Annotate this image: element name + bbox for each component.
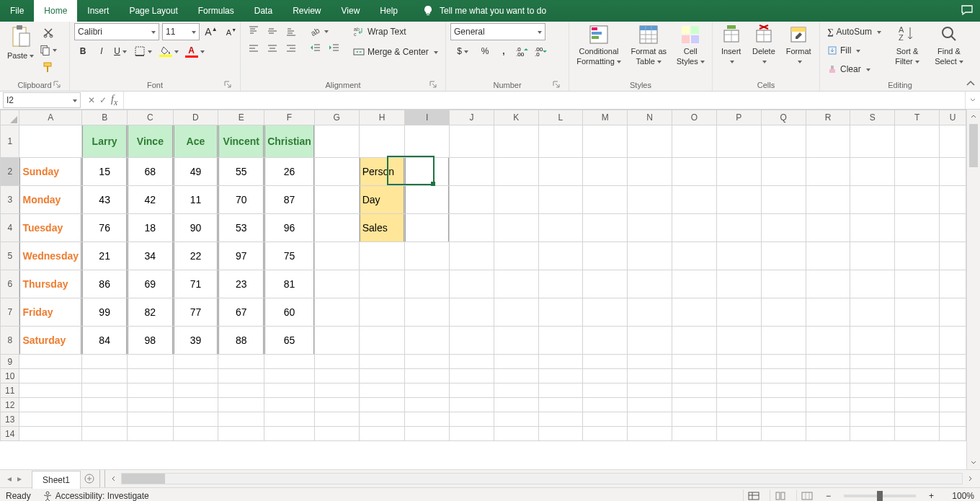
cell-J11[interactable] — [450, 383, 494, 398]
cell-L1[interactable] — [538, 125, 583, 158]
cell-A1[interactable] — [19, 125, 82, 158]
col-header-Q[interactable]: Q — [761, 110, 806, 125]
cell-C1[interactable]: Vince — [128, 125, 173, 158]
cell-M4[interactable] — [583, 214, 628, 242]
format-painter-button[interactable] — [40, 59, 57, 75]
col-header-H[interactable]: H — [359, 110, 405, 125]
col-header-U[interactable]: U — [939, 110, 966, 125]
cell-M8[interactable] — [583, 327, 628, 355]
cell-B5[interactable]: 21 — [82, 242, 128, 270]
cell-N9[interactable] — [628, 355, 672, 369]
cell-O14[interactable] — [672, 427, 717, 441]
row-header-4[interactable]: 4 — [1, 214, 19, 242]
col-header-P[interactable]: P — [716, 110, 761, 125]
zoom-level[interactable]: 100% — [943, 491, 974, 501]
cell-D10[interactable] — [173, 369, 218, 383]
cell-D8[interactable]: 39 — [173, 327, 218, 355]
cell-U3[interactable] — [939, 186, 966, 214]
cell-H11[interactable] — [359, 383, 405, 398]
cell-A10[interactable] — [19, 369, 82, 383]
row-header-11[interactable]: 11 — [1, 383, 19, 398]
cell-C6[interactable]: 69 — [128, 270, 173, 298]
cell-L14[interactable] — [538, 427, 583, 441]
cell-F13[interactable] — [264, 412, 315, 427]
cell-S1[interactable] — [850, 125, 895, 158]
cell-Q2[interactable] — [761, 158, 806, 186]
cell-O5[interactable] — [672, 242, 717, 270]
cell-B11[interactable] — [82, 383, 128, 398]
decrease-font-button[interactable]: A▼ — [223, 24, 240, 40]
cell-R1[interactable] — [806, 125, 850, 158]
cell-H3[interactable]: Day — [359, 186, 405, 214]
cell-D1[interactable]: Ace — [173, 125, 218, 158]
cell-I6[interactable] — [405, 270, 450, 298]
cell-J8[interactable] — [450, 327, 494, 355]
cell-K7[interactable] — [494, 298, 538, 327]
cell-G2[interactable] — [314, 158, 359, 186]
cell-R12[interactable] — [806, 398, 850, 412]
format-as-table-button[interactable]: Format as Table — [627, 23, 671, 68]
autosum-button[interactable]: ∑AutoSum — [824, 23, 885, 40]
cell-P1[interactable] — [716, 125, 761, 158]
align-center-button[interactable] — [264, 40, 281, 56]
cell-P9[interactable] — [716, 355, 761, 369]
col-header-L[interactable]: L — [538, 110, 583, 125]
cell-N8[interactable] — [628, 327, 672, 355]
cell-H7[interactable] — [359, 298, 405, 327]
cell-G10[interactable] — [314, 369, 359, 383]
row-header-7[interactable]: 7 — [1, 298, 19, 327]
cell-R13[interactable] — [806, 412, 850, 427]
cell-C5[interactable]: 34 — [128, 242, 173, 270]
cell-S2[interactable] — [850, 158, 895, 186]
cell-J13[interactable] — [450, 412, 494, 427]
cell-D4[interactable]: 90 — [173, 214, 218, 242]
cell-E4[interactable]: 53 — [218, 214, 264, 242]
cell-Q7[interactable] — [761, 298, 806, 327]
cell-T11[interactable] — [895, 383, 940, 398]
cell-B12[interactable] — [82, 398, 128, 412]
cell-O1[interactable] — [672, 125, 717, 158]
cell-M13[interactable] — [583, 412, 628, 427]
cell-G9[interactable] — [314, 355, 359, 369]
cell-L13[interactable] — [538, 412, 583, 427]
cell-M14[interactable] — [583, 427, 628, 441]
collapse-ribbon-button[interactable] — [966, 79, 976, 88]
cell-U2[interactable] — [939, 158, 966, 186]
cell-E3[interactable]: 70 — [218, 186, 264, 214]
cell-I11[interactable] — [405, 383, 450, 398]
cell-Q6[interactable] — [761, 270, 806, 298]
cell-M12[interactable] — [583, 398, 628, 412]
cell-R2[interactable] — [806, 158, 850, 186]
cell-D13[interactable] — [173, 412, 218, 427]
normal-view-button[interactable] — [743, 489, 764, 501]
cell-S12[interactable] — [850, 398, 895, 412]
row-header-10[interactable]: 10 — [1, 369, 19, 383]
tab-home[interactable]: Home — [34, 0, 77, 22]
cell-J9[interactable] — [450, 355, 494, 369]
cell-Q13[interactable] — [761, 412, 806, 427]
cell-B6[interactable]: 86 — [82, 270, 128, 298]
col-header-N[interactable]: N — [628, 110, 672, 125]
row-header-5[interactable]: 5 — [1, 242, 19, 270]
cell-O10[interactable] — [672, 369, 717, 383]
cell-J3[interactable] — [450, 186, 494, 214]
cell-S5[interactable] — [850, 242, 895, 270]
vertical-scrollbar[interactable] — [966, 110, 980, 469]
cell-F8[interactable]: 65 — [264, 327, 315, 355]
cell-E6[interactable]: 23 — [218, 270, 264, 298]
cell-I12[interactable] — [405, 398, 450, 412]
cell-F4[interactable]: 96 — [264, 214, 315, 242]
cell-N1[interactable] — [628, 125, 672, 158]
cell-Q8[interactable] — [761, 327, 806, 355]
fx-button[interactable]: fx — [111, 94, 117, 107]
cell-G11[interactable] — [314, 383, 359, 398]
hscroll-track[interactable] — [121, 473, 963, 484]
sheet-nav-first[interactable]: ◂ — [4, 474, 14, 484]
new-sheet-button[interactable] — [81, 470, 98, 487]
cell-H12[interactable] — [359, 398, 405, 412]
row-header-3[interactable]: 3 — [1, 186, 19, 214]
cell-A11[interactable] — [19, 383, 82, 398]
cell-G12[interactable] — [314, 398, 359, 412]
decrease-decimal-button[interactable]: .00.0 — [533, 43, 550, 59]
cell-T7[interactable] — [895, 298, 940, 327]
